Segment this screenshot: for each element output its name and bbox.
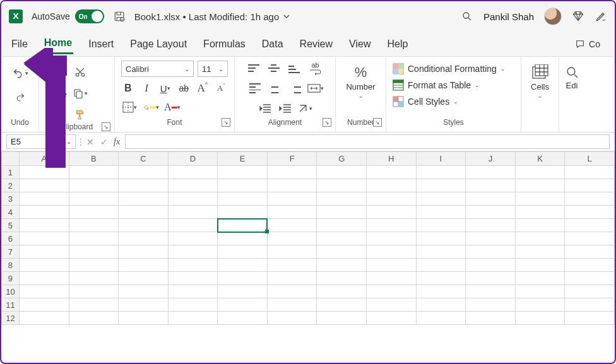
tab-view[interactable]: View — [348, 35, 372, 54]
fx-icon[interactable]: fx — [111, 132, 122, 151]
copy-button[interactable]: ▾ — [72, 86, 88, 101]
cell[interactable] — [119, 312, 169, 325]
cell[interactable] — [317, 179, 367, 192]
align-left-button[interactable] — [247, 81, 263, 96]
tab-help[interactable]: Help — [386, 35, 409, 54]
cell[interactable] — [218, 259, 268, 272]
cell[interactable] — [317, 232, 367, 245]
cell[interactable] — [218, 232, 268, 245]
cell[interactable] — [466, 166, 516, 179]
formula-input[interactable] — [125, 134, 610, 149]
cell[interactable] — [267, 245, 317, 259]
sheet-area[interactable]: ABCDEFGHIJKL123456789101112 — [1, 151, 615, 363]
row-header[interactable]: 4 — [2, 206, 20, 219]
cell[interactable] — [367, 245, 417, 259]
row-header[interactable]: 7 — [2, 245, 20, 259]
comments-button[interactable]: Co — [569, 36, 606, 52]
cell[interactable] — [168, 179, 218, 192]
shrink-font-button[interactable]: Aˇ — [215, 81, 228, 96]
row-header[interactable]: 9 — [2, 272, 20, 285]
italic-button[interactable]: I — [140, 81, 154, 96]
cell[interactable] — [466, 232, 516, 245]
cancel-formula-button[interactable]: ✕ — [83, 132, 97, 151]
cell[interactable] — [565, 285, 615, 298]
align-middle-button[interactable] — [266, 61, 282, 76]
avatar[interactable] — [544, 8, 562, 25]
font-color-button[interactable]: A▾ — [164, 100, 181, 115]
cell[interactable] — [565, 232, 615, 245]
cell[interactable] — [267, 219, 317, 232]
cell[interactable] — [267, 206, 317, 219]
row-header[interactable]: 8 — [2, 259, 20, 272]
cell[interactable] — [515, 272, 565, 285]
cell[interactable] — [119, 166, 169, 179]
cell[interactable] — [515, 232, 565, 245]
cell[interactable] — [69, 232, 119, 245]
cell[interactable] — [565, 245, 615, 259]
cell[interactable] — [168, 312, 218, 325]
cell[interactable] — [168, 219, 218, 232]
tab-insert[interactable]: Insert — [87, 35, 115, 54]
cell[interactable] — [367, 285, 417, 298]
tab-formulas[interactable]: Formulas — [202, 35, 247, 54]
cell[interactable] — [367, 166, 417, 179]
cell[interactable] — [69, 312, 119, 325]
cell[interactable] — [416, 312, 466, 325]
cell[interactable] — [565, 219, 615, 232]
cell[interactable] — [218, 192, 268, 206]
column-header[interactable]: H — [367, 152, 417, 166]
cell[interactable] — [218, 298, 268, 312]
filename-dropdown[interactable]: Book1.xlsx • Last Modified: 1h ago — [134, 11, 291, 22]
cell[interactable] — [515, 298, 565, 312]
cell[interactable] — [565, 298, 615, 312]
align-right-button[interactable] — [287, 81, 304, 96]
tab-file[interactable]: File — [10, 35, 29, 54]
font-launcher[interactable]: ↘ — [222, 118, 230, 127]
cell[interactable] — [466, 219, 516, 232]
column-header[interactable]: L — [565, 152, 615, 166]
cell[interactable] — [19, 192, 69, 206]
cell[interactable] — [119, 206, 169, 219]
cell[interactable] — [69, 192, 119, 206]
cell[interactable] — [416, 272, 466, 285]
cell[interactable] — [267, 298, 317, 312]
cell[interactable] — [168, 259, 218, 272]
cell[interactable] — [515, 179, 565, 192]
cell[interactable] — [267, 259, 317, 272]
cell[interactable] — [466, 259, 516, 272]
select-all-corner[interactable] — [2, 152, 20, 166]
save-icon[interactable] — [113, 10, 126, 23]
cell[interactable] — [119, 259, 169, 272]
cell[interactable] — [416, 179, 466, 192]
cell[interactable] — [267, 312, 317, 325]
cell[interactable] — [168, 298, 218, 312]
cell[interactable] — [317, 166, 367, 179]
row-header[interactable]: 2 — [2, 179, 20, 192]
row-header[interactable]: 10 — [2, 285, 20, 298]
cell-styles-button[interactable]: Cell Styles⌄ — [393, 96, 506, 107]
cell[interactable] — [416, 219, 466, 232]
cell[interactable] — [119, 232, 169, 245]
cell[interactable] — [218, 179, 268, 192]
paste-button[interactable]: Paste ⌄ — [45, 61, 67, 107]
cell[interactable] — [19, 285, 69, 298]
font-size-select[interactable]: 11⌄ — [198, 61, 228, 77]
cell[interactable] — [466, 312, 516, 325]
strike-button[interactable]: ab — [177, 81, 191, 96]
underline-button[interactable]: U▾ — [158, 81, 172, 96]
decrease-indent-button[interactable] — [257, 101, 273, 116]
column-header[interactable]: B — [69, 152, 119, 166]
cell[interactable] — [317, 245, 367, 259]
cells-button[interactable]: Cells ⌄ — [531, 61, 549, 99]
editing-button[interactable]: Edi — [564, 61, 579, 90]
merge-center-button[interactable]: ▾ — [307, 81, 324, 96]
cell[interactable] — [317, 219, 367, 232]
grow-font-button[interactable]: A^ — [196, 81, 210, 96]
align-bottom-button[interactable] — [286, 61, 302, 76]
cell[interactable] — [416, 166, 466, 179]
cut-button[interactable] — [72, 64, 88, 79]
cell[interactable] — [19, 166, 69, 179]
cell[interactable] — [267, 272, 317, 285]
cell[interactable] — [565, 179, 615, 192]
cell[interactable] — [515, 219, 565, 232]
